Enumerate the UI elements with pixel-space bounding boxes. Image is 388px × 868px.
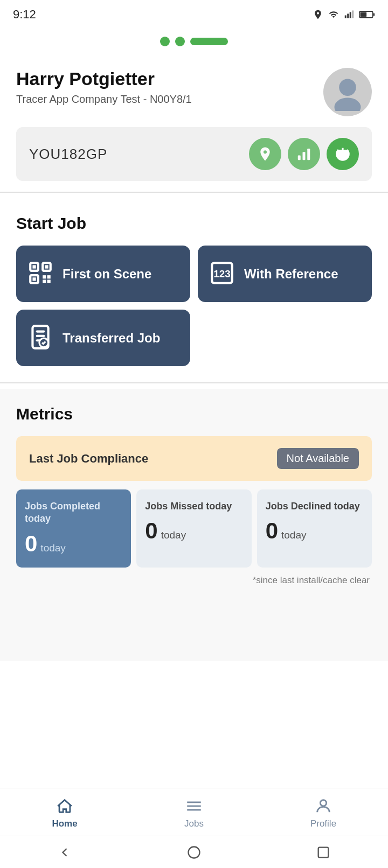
svg-rect-0 [345, 16, 347, 18]
svg-rect-15 [32, 265, 36, 268]
location-icon [257, 146, 273, 162]
qr-icon [27, 260, 54, 288]
compliance-label: Last Job Compliance [29, 452, 148, 466]
metrics-note: *since last install/cache clear [16, 575, 372, 586]
status-bar: 9:12 [0, 0, 388, 27]
tab-jobs[interactable]: Jobs [129, 797, 259, 829]
svg-rect-10 [303, 152, 306, 160]
svg-point-33 [320, 800, 326, 806]
svg-rect-5 [361, 12, 367, 17]
metrics-grid: Jobs Completed today 0 today Jobs Missed… [16, 489, 372, 568]
svg-rect-22 [47, 280, 51, 283]
jobs-completed-card: Jobs Completed today 0 today [16, 489, 131, 568]
start-job-section: Start Job First on Scene [0, 198, 388, 377]
location-button[interactable] [249, 138, 281, 170]
power-button[interactable] [327, 138, 359, 170]
home-nav-button[interactable] [186, 845, 202, 860]
power-icon [335, 146, 351, 162]
signal-status-icon [344, 10, 355, 19]
svg-rect-35 [318, 847, 329, 857]
svg-rect-11 [307, 149, 310, 160]
avatar-icon [329, 73, 366, 111]
device-actions [249, 138, 359, 170]
svg-point-8 [335, 98, 361, 111]
progress-bar-3 [190, 38, 228, 45]
jobs-missed-unit: today [161, 529, 186, 541]
first-on-scene-label: First on Scene [63, 265, 151, 282]
divider-2 [0, 382, 388, 383]
profile-name: Harry Potgietter [16, 68, 323, 90]
jobs-missed-title: Jobs Missed today [145, 500, 242, 513]
jobs-completed-value-row: 0 today [25, 531, 122, 557]
back-button[interactable] [57, 845, 72, 860]
svg-rect-21 [43, 280, 46, 283]
jobs-missed-card: Jobs Missed today 0 today [136, 489, 251, 568]
job-buttons-grid: First on Scene 123 With Reference [16, 246, 372, 302]
progress-dots [0, 27, 388, 62]
transferred-row: Transferred Job [16, 310, 372, 366]
svg-rect-20 [47, 275, 51, 278]
transferred-job-label: Transferred Job [63, 330, 160, 346]
tab-bar: Home Jobs Profile [0, 788, 388, 836]
device-id: YOU182GP [29, 146, 107, 163]
first-on-scene-button[interactable]: First on Scene [16, 246, 190, 302]
tab-home-label: Home [52, 818, 77, 829]
compliance-status: Not Available [277, 448, 359, 469]
status-icons [313, 9, 375, 20]
home-nav-icon [186, 845, 202, 860]
transfer-icon [27, 324, 54, 352]
svg-point-34 [189, 846, 200, 858]
bottom-spacer [0, 597, 388, 661]
metrics-title: Metrics [16, 405, 372, 423]
divider-1 [0, 192, 388, 193]
svg-rect-16 [45, 265, 48, 268]
profile-tab-icon [314, 797, 332, 815]
tab-jobs-label: Jobs [184, 818, 204, 829]
svg-text:123: 123 [213, 268, 230, 279]
start-job-title: Start Job [16, 214, 372, 233]
stats-icon [296, 146, 312, 162]
status-time: 9:12 [13, 8, 36, 22]
android-nav-bar [0, 836, 388, 868]
tab-profile-label: Profile [310, 818, 336, 829]
jobs-completed-value: 0 [25, 531, 37, 557]
svg-rect-17 [32, 277, 36, 281]
with-reference-label: With Reference [244, 265, 338, 282]
home-icon [56, 797, 74, 815]
svg-rect-2 [350, 12, 351, 18]
location-status-icon [313, 9, 323, 20]
tab-profile[interactable]: Profile [259, 797, 388, 829]
jobs-declined-title: Jobs Declined today [266, 500, 363, 513]
back-icon [57, 845, 72, 860]
svg-rect-6 [373, 13, 375, 16]
svg-rect-26 [36, 331, 45, 333]
jobs-missed-value-row: 0 today [145, 518, 242, 544]
avatar [323, 68, 372, 116]
metrics-section: Metrics Last Job Compliance Not Availabl… [0, 389, 388, 597]
svg-rect-9 [298, 156, 301, 160]
svg-rect-27 [36, 335, 45, 337]
recents-button[interactable] [316, 845, 331, 860]
reference-icon: 123 [209, 260, 235, 288]
jobs-icon [185, 797, 203, 815]
jobs-declined-unit: today [281, 529, 306, 541]
progress-dot-2 [175, 37, 185, 46]
svg-rect-1 [347, 14, 349, 18]
battery-status-icon [359, 10, 375, 19]
svg-point-7 [339, 79, 356, 96]
svg-rect-3 [352, 11, 354, 18]
jobs-declined-card: Jobs Declined today 0 today [257, 489, 372, 568]
profile-section: Harry Potgietter Tracer App Company Test… [0, 62, 388, 127]
stats-button[interactable] [288, 138, 320, 170]
jobs-completed-title: Jobs Completed today [25, 500, 122, 526]
transferred-job-button[interactable]: Transferred Job [16, 310, 190, 366]
profile-company: Tracer App Company Test - N00Y8/1 [16, 93, 323, 106]
jobs-completed-unit: today [40, 542, 65, 554]
tab-home[interactable]: Home [0, 797, 129, 829]
with-reference-button[interactable]: 123 With Reference [198, 246, 372, 302]
device-bar: YOU182GP [16, 127, 372, 181]
svg-rect-19 [43, 275, 46, 278]
profile-info: Harry Potgietter Tracer App Company Test… [16, 68, 323, 106]
jobs-declined-value: 0 [266, 518, 278, 544]
compliance-bar: Last Job Compliance Not Available [16, 436, 372, 481]
